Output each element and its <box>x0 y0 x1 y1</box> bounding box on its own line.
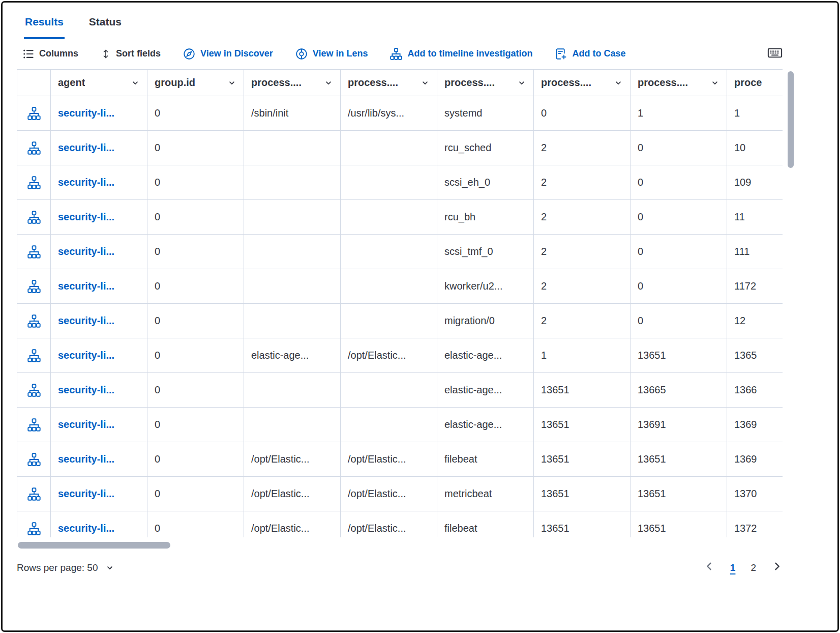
table-row: security-li...0kworker/u2...201172 <box>17 269 783 304</box>
page-2-button[interactable]: 2 <box>751 562 756 573</box>
grid-cell: /opt/Elastic... <box>341 477 437 511</box>
grid-cell <box>244 235 341 269</box>
grid-cell: 11 <box>727 200 783 235</box>
agent-link-cell[interactable]: security-li... <box>51 477 147 511</box>
agent-link-cell[interactable]: security-li... <box>51 408 147 442</box>
agent-link-cell[interactable]: security-li... <box>51 131 147 165</box>
header-cell[interactable]: proce <box>727 70 783 96</box>
grid-cell: 1370 <box>727 477 783 511</box>
chevron-down-icon <box>131 78 140 88</box>
analyze-event-button[interactable] <box>17 131 51 165</box>
grid-cell: migration/0 <box>437 304 534 338</box>
header-cell[interactable]: process.... <box>437 70 534 96</box>
agent-link-cell[interactable]: security-li... <box>51 442 147 477</box>
grid-cell: 13665 <box>631 373 727 408</box>
agent-link-cell[interactable]: security-li... <box>51 96 147 131</box>
analyze-event-button[interactable] <box>17 165 51 200</box>
grid-cell: 13651 <box>534 373 631 408</box>
agent-link-cell[interactable]: security-li... <box>51 200 147 235</box>
table-row: security-li...0elastic-age...13651136911… <box>17 408 783 442</box>
agent-link-cell[interactable]: security-li... <box>51 269 147 304</box>
header-cell[interactable]: group.id <box>147 70 244 96</box>
keyboard-shortcuts-button[interactable] <box>767 45 783 62</box>
column-header-label: process.... <box>348 77 398 89</box>
analyze-event-button[interactable] <box>17 511 51 537</box>
vertical-scrollbar-thumb[interactable] <box>788 71 794 168</box>
horizontal-scrollbar-thumb[interactable] <box>18 542 170 549</box>
grid-cell: rcu_bh <box>437 200 534 235</box>
analyze-event-button[interactable] <box>17 477 51 511</box>
analyzer-icon <box>27 211 41 224</box>
analyze-event-button[interactable] <box>17 200 51 235</box>
chevron-down-icon <box>421 78 430 88</box>
table-row: security-li...0elastic-age...13651136651… <box>17 373 783 408</box>
add-to-case-button[interactable]: Add to Case <box>552 48 625 60</box>
table-row: security-li...0/opt/Elastic.../opt/Elast… <box>17 511 783 537</box>
view-in-lens-button[interactable]: View in Lens <box>292 48 368 60</box>
analyze-event-button[interactable] <box>17 373 51 408</box>
view-in-discover-label: View in Discover <box>200 48 273 59</box>
analyze-event-button[interactable] <box>17 269 51 304</box>
grid-header-row: agentgroup.idprocess....process....proce… <box>17 70 783 96</box>
table-row: security-li...0rcu_bh2011 <box>17 200 783 235</box>
grid-cell: 2 <box>534 131 631 165</box>
grid-cell <box>244 373 341 408</box>
grid-cell: 0 <box>147 165 244 200</box>
grid-cell: 2 <box>534 235 631 269</box>
header-cell-row-controls <box>17 70 51 96</box>
header-cell[interactable]: agent <box>51 70 147 96</box>
columns-button[interactable]: Columns <box>20 48 78 60</box>
page-1-button[interactable]: 1 <box>730 562 736 573</box>
next-page-button[interactable] <box>771 561 783 574</box>
agent-link-cell[interactable]: security-li... <box>51 165 147 200</box>
agent-link-cell[interactable]: security-li... <box>51 373 147 408</box>
grid-cell: /sbin/init <box>244 96 341 131</box>
grid-cell <box>341 165 437 200</box>
tab-status[interactable]: Status <box>88 10 123 39</box>
agent-link-cell[interactable]: security-li... <box>51 511 147 537</box>
grid-cell: /opt/Elastic... <box>341 442 437 477</box>
header-cell[interactable]: process.... <box>341 70 437 96</box>
analyze-event-button[interactable] <box>17 235 51 269</box>
horizontal-scrollbar[interactable] <box>17 542 783 549</box>
header-cell[interactable]: process.... <box>244 70 341 96</box>
pagination: 1 2 <box>704 561 783 574</box>
column-header-label: process.... <box>444 77 495 89</box>
header-cell[interactable]: process.... <box>534 70 631 96</box>
add-to-timeline-button[interactable]: Add to timeline investigation <box>387 48 532 60</box>
analyzer-icon <box>27 245 41 258</box>
results-flyout-panel: Results Status Columns Sort fields View … <box>1 1 839 632</box>
analyze-event-button[interactable] <box>17 442 51 477</box>
tab-results[interactable]: Results <box>24 10 65 39</box>
grid-cell <box>244 200 341 235</box>
grid-cell: 0 <box>147 96 244 131</box>
vertical-scrollbar[interactable] <box>788 70 794 534</box>
view-in-discover-button[interactable]: View in Discover <box>180 48 273 60</box>
agent-link-cell[interactable]: security-li... <box>51 338 147 373</box>
header-cell[interactable]: process.... <box>631 70 727 96</box>
sort-fields-button[interactable]: Sort fields <box>98 48 161 59</box>
grid-cell: 0 <box>147 235 244 269</box>
rows-per-page-button[interactable]: Rows per page: 50 <box>17 562 114 573</box>
grid-cell: 0 <box>147 269 244 304</box>
column-header-label: process.... <box>541 77 591 89</box>
analyze-event-button[interactable] <box>17 304 51 338</box>
agent-link-cell[interactable]: security-li... <box>51 304 147 338</box>
analyzer-icon <box>27 487 41 501</box>
grid-cell: 1369 <box>727 442 783 477</box>
agent-link-cell[interactable]: security-li... <box>51 235 147 269</box>
analyze-event-button[interactable] <box>17 338 51 373</box>
analyzer-icon <box>27 384 41 397</box>
grid-cell: 10 <box>727 131 783 165</box>
previous-page-button[interactable] <box>704 561 715 574</box>
table-row: security-li...0rcu_sched2010 <box>17 131 783 165</box>
analyze-event-button[interactable] <box>17 96 51 131</box>
analyze-event-button[interactable] <box>17 408 51 442</box>
grid-cell: rcu_sched <box>437 131 534 165</box>
grid-cell: 13651 <box>534 442 631 477</box>
analyzer-icon <box>27 418 41 431</box>
analyzer-icon <box>27 280 41 293</box>
grid-cell: 0 <box>147 200 244 235</box>
grid-cell: 2 <box>534 269 631 304</box>
grid-cell: 0 <box>631 235 727 269</box>
